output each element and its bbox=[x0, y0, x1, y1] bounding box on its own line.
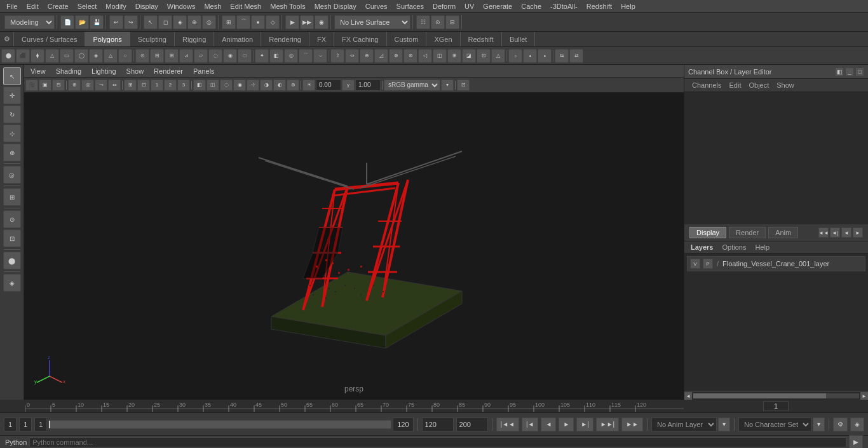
menu-mesh[interactable]: Mesh bbox=[200, 1, 225, 11]
cylinder-icon-btn[interactable]: ⧫ bbox=[31, 49, 44, 63]
vp-res2-btn[interactable]: 2 bbox=[164, 79, 177, 91]
range-end-input1[interactable]: 120 bbox=[422, 417, 454, 431]
vp-normals-btn[interactable]: ⊹ bbox=[247, 79, 259, 91]
layer-nav-back-btn[interactable]: ◄| bbox=[830, 227, 840, 238]
prism-icon-btn[interactable]: ◈ bbox=[89, 49, 103, 63]
cb-channels-menu[interactable]: Channels bbox=[689, 81, 724, 90]
curve-tool-btn[interactable]: ⌒ bbox=[299, 49, 313, 63]
vp-menu-renderer[interactable]: Renderer bbox=[150, 67, 187, 75]
current-frame-input[interactable] bbox=[763, 401, 789, 411]
viewport[interactable]: x y z persp bbox=[24, 93, 684, 400]
vp-menu-view[interactable]: View bbox=[27, 67, 50, 75]
vp-grid-btn[interactable]: ⊞ bbox=[124, 79, 137, 91]
tab-polygons[interactable]: Polygons bbox=[85, 32, 130, 46]
preferences-btn[interactable]: ◈ bbox=[850, 417, 864, 431]
render-btn[interactable]: ▶ bbox=[285, 15, 299, 29]
cb-object-menu[interactable]: Object bbox=[746, 81, 771, 90]
paint-btn[interactable]: ◈ bbox=[173, 15, 187, 29]
flip-btn[interactable]: ⇄ bbox=[569, 49, 583, 63]
poke-btn[interactable]: ⊛ bbox=[403, 49, 417, 63]
settings-btn[interactable]: ⚙ bbox=[833, 417, 848, 431]
nurbs-cube-btn[interactable]: ⊟ bbox=[150, 49, 164, 63]
menu-display[interactable]: Display bbox=[132, 1, 162, 11]
vp-colorspace-select[interactable]: sRGB gamma bbox=[384, 79, 440, 91]
vp-soft-btn[interactable]: ⊸ bbox=[95, 79, 107, 91]
python-run-btn[interactable]: ▶ bbox=[849, 435, 863, 449]
cone-icon-btn[interactable]: △ bbox=[45, 49, 59, 63]
triangulate-btn[interactable]: △ bbox=[491, 49, 505, 63]
select-mode-btn[interactable]: ↖ bbox=[3, 67, 21, 85]
vp-smooth-btn[interactable]: ◉ bbox=[233, 79, 246, 91]
pyramid-icon-btn[interactable]: △ bbox=[104, 49, 118, 63]
menu-modify[interactable]: Modify bbox=[102, 1, 130, 11]
tab-rigging[interactable]: Rigging bbox=[175, 32, 214, 46]
vp-pivot-btn[interactable]: ◎ bbox=[81, 79, 94, 91]
vp-aa-btn[interactable]: ⊛ bbox=[287, 79, 299, 91]
vp-ao-btn[interactable]: ◐ bbox=[273, 79, 286, 91]
camera-btn[interactable]: ◧ bbox=[269, 49, 283, 63]
torus-icon-btn[interactable]: ◯ bbox=[74, 49, 88, 63]
smooth-btn[interactable]: ⊡ bbox=[477, 49, 491, 63]
frame-current-field[interactable]: 1 bbox=[19, 417, 32, 431]
tab-sculpting[interactable]: Sculpting bbox=[130, 32, 175, 46]
open-scene-btn[interactable]: 📂 bbox=[75, 15, 89, 29]
vp-menu-panels[interactable]: Panels bbox=[189, 67, 219, 75]
bevel-btn[interactable]: ◿ bbox=[374, 49, 388, 63]
universal-manip-btn[interactable]: ⊕ bbox=[3, 144, 21, 161]
layers-options-menu[interactable]: Options bbox=[719, 243, 749, 252]
bridge-btn[interactable]: ⇔ bbox=[345, 49, 359, 63]
play-next-key-btn[interactable]: ►►| bbox=[596, 417, 619, 431]
nurbs-sqr-btn[interactable]: □ bbox=[238, 49, 252, 63]
menu-generate[interactable]: Generate bbox=[479, 1, 516, 11]
xray-btn[interactable]: ☷ bbox=[416, 15, 430, 29]
cb-pin-btn[interactable]: ◧ bbox=[835, 67, 844, 76]
vp-menu-shading[interactable]: Shading bbox=[52, 67, 85, 75]
snap-align-btn[interactable]: ⊡ bbox=[3, 229, 21, 247]
vp-menu-show[interactable]: Show bbox=[123, 67, 148, 75]
vp-menu-lighting[interactable]: Lighting bbox=[88, 67, 120, 75]
menu-edit[interactable]: Edit bbox=[23, 1, 43, 11]
cb-edit-menu[interactable]: Edit bbox=[726, 81, 743, 90]
layer-scroll-left[interactable]: ◄ bbox=[684, 392, 692, 400]
cv-curve-btn[interactable]: ⌣ bbox=[313, 49, 327, 63]
menu-3dtoall[interactable]: -3DtoAll- bbox=[546, 1, 581, 11]
play-forward-btn[interactable]: ►► bbox=[621, 417, 643, 431]
detach-btn[interactable]: ◪ bbox=[462, 49, 476, 63]
char-set-arrow[interactable]: ▾ bbox=[813, 417, 825, 431]
select-tool-btn[interactable]: ↖ bbox=[144, 15, 158, 29]
isolate-btn[interactable]: ⊙ bbox=[431, 15, 445, 29]
cb-maximize-btn[interactable]: □ bbox=[855, 67, 864, 76]
transform-btn[interactable]: ⊕ bbox=[187, 15, 201, 29]
vp-colorspace-arrow[interactable]: ▾ bbox=[441, 79, 454, 91]
snap-grid-btn[interactable]: ⊞ bbox=[222, 15, 236, 29]
lasso-btn[interactable]: ◻ bbox=[158, 15, 172, 29]
light-btn[interactable]: ✦ bbox=[255, 49, 269, 63]
tab-redshift[interactable]: Redshift bbox=[461, 32, 502, 46]
vp-select-mask-btn[interactable]: ⊕ bbox=[68, 79, 81, 91]
vp-wire-btn[interactable]: ◫ bbox=[207, 79, 219, 91]
playback-end-label[interactable]: 120 bbox=[393, 417, 413, 431]
python-input[interactable] bbox=[29, 437, 846, 447]
menu-edit-mesh[interactable]: Edit Mesh bbox=[226, 1, 265, 11]
menu-redshift[interactable]: Redshift bbox=[583, 1, 616, 11]
vp-gamma-field[interactable]: 1.00 bbox=[355, 79, 381, 91]
connect-btn[interactable]: ⊞ bbox=[447, 49, 461, 63]
timeline-ruler[interactable]: 0 5 10 15 20 25 30 35 40 45 50 bbox=[0, 400, 868, 412]
tab-custom[interactable]: Custom bbox=[387, 32, 427, 46]
layer-playback-btn[interactable]: P bbox=[703, 259, 713, 269]
menu-help[interactable]: Help bbox=[617, 1, 639, 11]
ipr-btn[interactable]: ◉ bbox=[315, 15, 329, 29]
move-btn[interactable]: ✛ bbox=[3, 86, 21, 104]
play-prev-btn[interactable]: ◄ bbox=[541, 417, 556, 431]
layer-visibility-btn[interactable]: V bbox=[690, 259, 700, 269]
layer-scroll-track[interactable] bbox=[693, 393, 859, 398]
snap-btn[interactable]: ◎ bbox=[202, 15, 216, 29]
mode-select[interactable]: Modeling Rigging Animation bbox=[4, 15, 55, 29]
cb-minimize-btn[interactable]: _ bbox=[845, 67, 854, 76]
wedge-btn[interactable]: ◁ bbox=[418, 49, 432, 63]
layer-scrollbar[interactable]: ◄ ► bbox=[684, 392, 868, 400]
soft-sel-btn[interactable]: ◎ bbox=[3, 166, 21, 184]
vp-res1-btn[interactable]: 1 bbox=[151, 79, 163, 91]
play-prev-key-btn[interactable]: |◄ bbox=[522, 417, 539, 431]
menu-mesh-tools[interactable]: Mesh Tools bbox=[266, 1, 309, 11]
